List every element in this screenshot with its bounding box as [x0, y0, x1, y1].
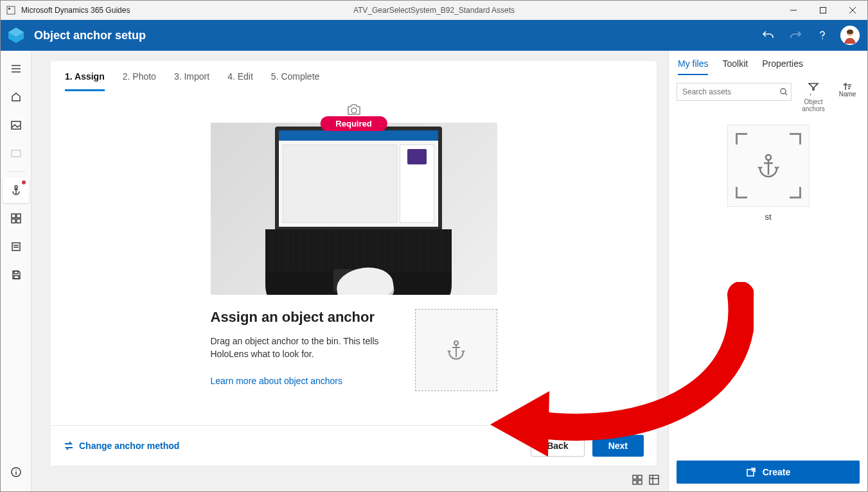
step-photo[interactable]: 2. Photo — [123, 71, 156, 91]
learn-more-link[interactable]: Learn more about object anchors — [211, 376, 342, 386]
next-button[interactable]: Next — [592, 435, 644, 457]
titlebar: Microsoft Dynamics 365 Guides ATV_GearSe… — [1, 1, 867, 20]
camera-icon — [346, 103, 362, 116]
svg-line-44 — [785, 93, 787, 95]
search-assets-field[interactable] — [677, 83, 792, 101]
list-view-button[interactable] — [649, 475, 659, 485]
svg-rect-15 — [12, 150, 21, 157]
svg-rect-37 — [638, 475, 642, 479]
sort-label: Name — [839, 91, 856, 98]
filter-icon: › — [808, 83, 819, 98]
sort-button[interactable]: Name — [835, 83, 860, 98]
required-badge: Required — [320, 116, 387, 131]
asset-tile[interactable] — [727, 125, 810, 207]
hero-image: Required — [211, 123, 497, 295]
svg-rect-23 — [12, 243, 20, 250]
wizard-steps: 1. Assign 2. Photo 3. Import 4. Edit 5. … — [51, 61, 657, 92]
right-panel: My files Toolkit Properties › Object anc… — [668, 51, 867, 491]
step-edit[interactable]: 4. Edit — [227, 71, 253, 91]
svg-rect-21 — [12, 219, 15, 223]
step-assign[interactable]: 1. Assign — [65, 71, 105, 91]
change-anchor-method-button[interactable]: Change anchor method — [64, 441, 179, 451]
svg-point-43 — [781, 89, 786, 94]
asset-label: st — [678, 212, 858, 222]
undo-button[interactable] — [759, 26, 777, 44]
svg-rect-0 — [7, 6, 15, 14]
tab-toolkit[interactable]: Toolkit — [722, 58, 748, 75]
rail-card-button[interactable] — [3, 141, 29, 166]
svg-point-8 — [822, 38, 823, 39]
rail-divider — [7, 171, 25, 172]
main-area: 1. Assign 2. Photo 3. Import 4. Edit 5. … — [31, 51, 668, 491]
user-avatar[interactable] — [840, 26, 860, 45]
tab-properties[interactable]: Properties — [762, 58, 803, 75]
tab-my-files[interactable]: My files — [678, 58, 708, 75]
header-bar: Object anchor setup — [1, 20, 867, 51]
svg-point-31 — [351, 108, 357, 113]
search-input[interactable] — [677, 83, 792, 101]
svg-rect-22 — [17, 219, 21, 223]
right-tabs: My files Toolkit Properties — [669, 51, 867, 75]
svg-point-16 — [15, 186, 17, 188]
app-icon — [6, 5, 16, 15]
anchor-dropzone[interactable] — [415, 309, 497, 391]
page-title: Object anchor setup — [34, 29, 146, 42]
view-toggles — [632, 475, 659, 485]
wizard-footer: Change anchor method Back Next — [51, 425, 657, 466]
svg-rect-26 — [14, 271, 18, 274]
svg-rect-39 — [638, 480, 642, 484]
svg-rect-36 — [633, 475, 637, 479]
rail-menu-button[interactable] — [3, 56, 29, 82]
close-button[interactable] — [838, 1, 867, 20]
svg-rect-38 — [633, 480, 637, 484]
back-button[interactable]: Back — [531, 435, 584, 457]
svg-point-32 — [454, 341, 458, 345]
guides-logo-icon — [1, 20, 31, 51]
rail-anchor-button[interactable] — [3, 177, 29, 203]
rail-form-button[interactable] — [3, 234, 29, 259]
step-import[interactable]: 3. Import — [174, 71, 209, 91]
svg-rect-20 — [17, 214, 21, 218]
nav-rail — [1, 51, 31, 491]
section-heading: Assign an object anchor — [211, 309, 383, 326]
grid-view-button[interactable] — [632, 475, 642, 485]
rail-apps-button[interactable] — [3, 206, 29, 231]
redo-button[interactable] — [786, 26, 804, 44]
filter-label-2: anchors — [802, 105, 825, 113]
asset-list: st — [669, 116, 867, 453]
filter-button[interactable]: › Object anchors — [799, 83, 828, 113]
document-name: ATV_GearSelectSystem_B92_Standard Assets — [353, 6, 515, 15]
svg-rect-3 — [820, 8, 826, 13]
section-body: Drag an object anchor to the bin. This t… — [211, 335, 383, 361]
svg-point-30 — [15, 470, 17, 471]
create-icon — [746, 467, 756, 477]
sort-icon — [843, 83, 852, 91]
search-icon — [780, 88, 788, 96]
step-complete[interactable]: 5. Complete — [271, 71, 319, 91]
rail-home-button[interactable] — [3, 84, 29, 110]
maximize-button[interactable] — [808, 1, 838, 20]
create-label: Create — [763, 467, 791, 477]
create-button[interactable]: Create — [677, 461, 860, 484]
help-button[interactable] — [813, 26, 831, 44]
wizard-card: 1. Assign 2. Photo 3. Import 4. Edit 5. … — [51, 61, 657, 466]
rail-save-button[interactable] — [3, 262, 29, 288]
filter-label-1: Object — [804, 98, 823, 106]
rail-info-button[interactable] — [3, 459, 29, 485]
minimize-button[interactable] — [779, 1, 808, 20]
svg-rect-27 — [14, 276, 19, 279]
rail-image-button[interactable] — [3, 112, 29, 138]
change-anchor-label: Change anchor method — [79, 441, 179, 451]
svg-rect-19 — [12, 214, 15, 218]
app-name: Microsoft Dynamics 365 Guides — [21, 6, 130, 15]
svg-rect-1 — [8, 8, 10, 10]
svg-rect-40 — [650, 475, 659, 484]
svg-marker-45 — [809, 83, 818, 90]
